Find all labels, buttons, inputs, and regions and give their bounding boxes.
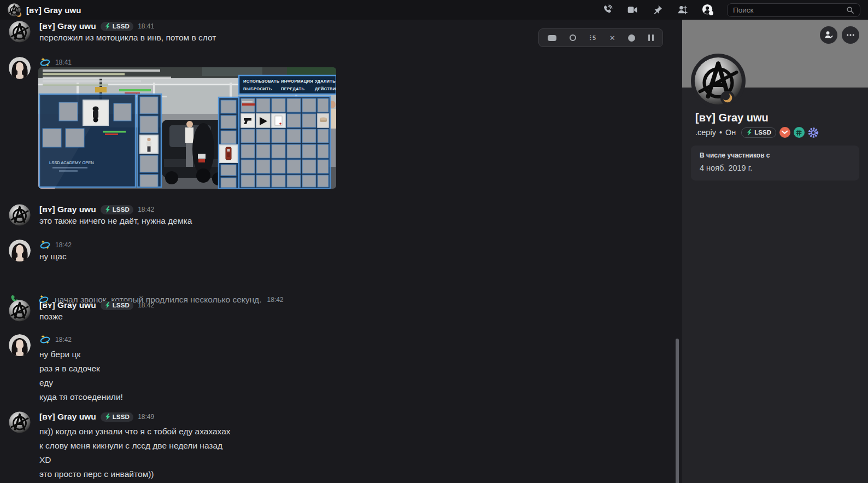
message-timestamp: 18:41 xyxy=(55,59,72,66)
message-actions-toolbar: ᎒5 ✕ xyxy=(538,28,663,47)
message-timestamp: 18:42 xyxy=(55,241,72,249)
search-icon xyxy=(846,6,854,14)
message-text: ну щас xyxy=(39,251,654,263)
inv-btn-use: ИСПОЛЬЗОВАТЬ xyxy=(243,79,280,84)
profile-pronoun: Он xyxy=(725,128,736,137)
teal-hash-badge[interactable] xyxy=(794,127,805,138)
quick-reaction-2-icon[interactable] xyxy=(570,34,576,41)
lightning-bolt-icon xyxy=(104,23,110,30)
comet-stars-emoji[interactable] xyxy=(39,57,51,68)
gta-inventory-screenshot: LSSD ACADEMY OPEN xyxy=(38,67,336,189)
profile-more-button[interactable] xyxy=(842,26,859,44)
message-text: к слову меня кикнули с лссд две недели н… xyxy=(39,441,654,451)
dm-avatar[interactable] xyxy=(8,3,21,16)
lssd-tag-badge: LSSD xyxy=(101,412,133,422)
search-input[interactable] xyxy=(733,6,842,14)
message-author[interactable]: [ʙʏ] Gray uwu xyxy=(39,205,96,214)
message-timestamp: 18:42 xyxy=(138,206,154,213)
inv-btn-delete: УДАЛИТЬ xyxy=(315,79,336,84)
member-since-label: В числе участников с xyxy=(700,152,851,159)
message-text: XD xyxy=(39,455,654,465)
search-box[interactable] xyxy=(727,3,860,17)
red-chevron-badge[interactable] xyxy=(779,127,790,138)
avatar-gray-uwu[interactable] xyxy=(9,21,31,43)
message-timestamp: 18:41 xyxy=(138,22,154,30)
lightning-bolt-icon xyxy=(104,206,110,213)
start-video-call-icon[interactable] xyxy=(626,4,638,16)
blue-orb-badge[interactable] xyxy=(808,127,819,138)
add-friends-to-dm-icon[interactable] xyxy=(677,4,689,16)
super-reaction-icon[interactable]: ᎒5 xyxy=(589,34,596,41)
profile-username: .cepiy xyxy=(695,128,716,137)
inv-btn-action: ДЕЙСТВИЕ xyxy=(315,86,336,91)
dm-title[interactable]: [ʙʏ] Gray uwu xyxy=(26,5,81,15)
message-text: куда тя отсоеденили! xyxy=(39,392,654,402)
lssd-tag-badge: LSSD xyxy=(101,205,133,214)
dm-header-bar: [ʙʏ] Gray uwu xyxy=(0,0,868,20)
inv-btn-give: ПЕРЕДАТЬ xyxy=(281,86,304,91)
more-actions-icon[interactable] xyxy=(648,34,654,41)
avatar-girl[interactable] xyxy=(9,57,31,79)
inv-btn-drop: ВЫБРОСИТЬ xyxy=(243,86,272,91)
idle-status-moon-icon xyxy=(720,91,735,105)
message-timestamp: 18:42 xyxy=(55,336,72,344)
profile-username-row: .cepiy • Он LSSD xyxy=(695,127,819,138)
lssd-tag-badge: LSSD xyxy=(741,127,776,138)
person-check-icon xyxy=(824,30,834,40)
message-text: это просто перс с инвайтом)) xyxy=(39,469,654,479)
avatar-girl[interactable] xyxy=(9,334,31,356)
message-group: [ʙʏ] Gray uwu LSSD 18:42 это также ничег… xyxy=(9,204,654,227)
comet-stars-emoji[interactable] xyxy=(39,334,51,346)
inventory-grid xyxy=(239,96,330,189)
avatar-gray-uwu[interactable] xyxy=(9,204,31,226)
lightning-bolt-icon xyxy=(746,129,752,136)
chat-area: ᎒5 ✕ [ʙʏ] Gray uwu LSSD 18:41 переложил … xyxy=(0,20,682,483)
message-text: это также ничего не даёт, нужна демка xyxy=(39,215,654,227)
quick-reaction-icon[interactable] xyxy=(548,35,556,41)
profile-display-name: [ʙʏ] Gray uwu xyxy=(695,112,769,124)
attachment-image-game-screenshot[interactable]: LSSD ACADEMY OPEN xyxy=(38,67,336,189)
hud-lssd-text: LSSD ACADEMY OPEN xyxy=(49,160,94,165)
add-reaction-icon[interactable]: ✕ xyxy=(609,34,615,42)
inventory-left-panel: LSSD ACADEMY OPEN xyxy=(39,94,136,187)
app-window: ᎒5 ✕ [ʙʏ] Gray uwu LSSD 18:41 переложил … xyxy=(0,0,868,483)
ellipsis-icon xyxy=(846,30,855,40)
avatar-gray-uwu[interactable] xyxy=(9,411,31,433)
message-text: пк)) когда они узнали что я с тобой еду … xyxy=(39,427,654,437)
inventory-actions-header: ИСПОЛЬЗОВАТЬ ИНФОРМАЦИЯ УДАЛИТЬ ВЫБРОСИТ… xyxy=(239,75,336,94)
profile-avatar[interactable] xyxy=(691,54,746,108)
message-author[interactable]: [ʙʏ] Gray uwu xyxy=(39,412,96,422)
friend-added-button[interactable] xyxy=(820,26,837,44)
message-timestamp: 18:49 xyxy=(138,413,154,421)
comet-stars-emoji[interactable] xyxy=(39,240,51,251)
message-text: еду xyxy=(39,378,654,388)
message-group: [ʙʏ] Gray uwu LSSD 18:42 позже xyxy=(9,300,654,323)
avatar-gray-uwu[interactable] xyxy=(9,300,31,322)
message-group: [ʙʏ] Gray uwu LSSD 18:49 пк)) когда они … xyxy=(9,411,654,479)
pinned-messages-icon[interactable] xyxy=(652,4,664,16)
lightning-bolt-icon xyxy=(104,302,110,309)
message-author[interactable]: [ʙʏ] Gray uwu xyxy=(39,21,96,31)
message-text: раз я в садочек xyxy=(39,364,654,374)
message-text: ну бери цк xyxy=(39,350,654,359)
member-since-date: 4 нояб. 2019 г. xyxy=(700,164,851,172)
chat-scrollbar[interactable] xyxy=(676,339,679,483)
message-group: 18:42 ну бери цк раз я в садочек еду куд… xyxy=(9,334,654,402)
member-since-card: В числе участников с 4 нояб. 2019 г. xyxy=(691,146,859,181)
user-profile-toggle-icon[interactable] xyxy=(702,4,714,16)
message-text: позже xyxy=(39,311,654,323)
inventory-hotbar-strip xyxy=(219,97,239,189)
lssd-tag-badge: LSSD xyxy=(101,22,133,31)
lssd-tag-badge: LSSD xyxy=(101,301,133,310)
message-timestamp: 18:42 xyxy=(138,301,154,309)
start-voice-call-icon[interactable] xyxy=(601,4,613,16)
avatar-girl[interactable] xyxy=(9,240,31,261)
message-author[interactable]: [ʙʏ] Gray uwu xyxy=(39,300,96,310)
message-group: 18:42 ну щас xyxy=(9,240,654,263)
message-group: 18:41 xyxy=(9,57,654,68)
idle-status-moon-icon xyxy=(16,11,22,18)
inv-btn-info: ИНФОРМАЦИЯ xyxy=(281,79,313,84)
lightning-bolt-icon xyxy=(104,414,110,421)
reply-icon[interactable] xyxy=(628,34,635,42)
user-profile-panel: [ʙʏ] Gray uwu .cepiy • Он LSSD В числе у… xyxy=(682,20,868,483)
